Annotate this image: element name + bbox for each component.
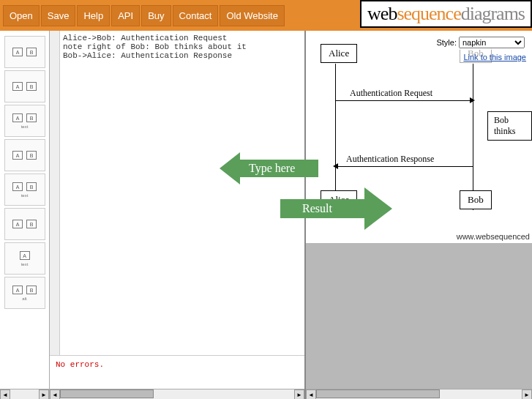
scroll-right-icon[interactable]: ► — [294, 389, 304, 399]
note-box: Bob thinks — [487, 111, 532, 141]
watermark: www.websequenced — [457, 232, 530, 241]
logo: websequencediagrams — [360, 0, 532, 28]
result-controls: Style: napkin Link to this image — [435, 35, 526, 61]
message-line — [335, 100, 473, 101]
editor-gutter — [50, 31, 60, 355]
callout-text: Type here — [249, 162, 295, 175]
main-area: AB AB ABtext AB ABtext AB Atext ABalt ◄ … — [0, 31, 532, 399]
scroll-left-icon[interactable]: ◄ — [50, 389, 60, 399]
style-label: Style: — [436, 38, 457, 47]
scroll-track[interactable] — [10, 389, 39, 399]
template-thumb[interactable]: ABalt — [4, 277, 45, 309]
template-thumb[interactable]: ABtext — [4, 105, 45, 137]
arrow-left-icon — [333, 163, 338, 169]
actor-bob-bottom: Bob — [460, 190, 492, 209]
buy-button[interactable]: Buy — [141, 5, 171, 26]
contact-button[interactable]: Contact — [173, 5, 219, 26]
style-select[interactable]: napkin — [459, 37, 525, 48]
template-thumb[interactable]: AB — [4, 36, 45, 68]
editor-column: Alice->Bob: Authentication Request note … — [50, 31, 306, 399]
old-website-button[interactable]: Old Website — [220, 5, 285, 26]
scroll-left-icon[interactable]: ◄ — [0, 389, 10, 399]
template-sidebar: AB AB ABtext AB ABtext AB Atext ABalt ◄ … — [0, 31, 50, 399]
help-button[interactable]: Help — [77, 5, 110, 26]
api-button[interactable]: API — [111, 5, 140, 26]
code-editor[interactable]: Alice->Bob: Authentication Request note … — [50, 31, 304, 355]
editor-scrollbar[interactable]: ◄ ► — [50, 389, 304, 399]
scroll-track[interactable] — [316, 389, 522, 399]
svg-marker-1 — [280, 187, 392, 230]
main-menu: Open Save Help API Buy Contact Old Websi… — [3, 5, 285, 26]
scroll-left-icon[interactable]: ◄ — [306, 389, 316, 399]
template-thumb[interactable]: Atext — [4, 242, 45, 275]
scroll-track[interactable] — [60, 389, 294, 399]
open-button[interactable]: Open — [3, 5, 40, 26]
sidebar-scrollbar[interactable]: ◄ ► — [0, 389, 49, 399]
template-thumb[interactable]: AB — [4, 208, 45, 240]
result-scrollbar[interactable]: ◄ ► — [306, 389, 532, 399]
scroll-right-icon[interactable]: ► — [522, 389, 532, 399]
actor-alice-top: Alice — [321, 44, 357, 63]
message-line — [335, 166, 473, 167]
template-thumb[interactable]: AB — [4, 70, 45, 102]
scroll-right-icon[interactable]: ► — [39, 389, 49, 399]
lifeline — [473, 64, 473, 210]
template-thumb[interactable]: ABtext — [4, 174, 45, 206]
arrow-right-icon — [470, 97, 475, 103]
save-button[interactable]: Save — [41, 5, 76, 26]
message-label: Authentication Request — [350, 88, 432, 99]
message-label: Authentication Response — [346, 154, 434, 165]
result-callout: Result — [277, 183, 394, 234]
template-thumb[interactable]: AB — [4, 139, 45, 171]
link-to-image[interactable]: Link to this image — [435, 53, 526, 61]
callout-text: Result — [302, 202, 332, 215]
